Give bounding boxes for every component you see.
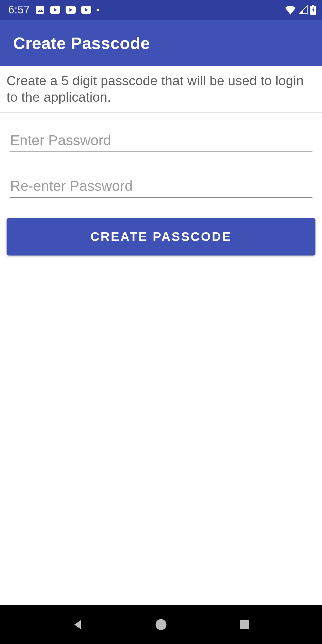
battery-charging-icon [310,5,316,15]
recents-icon [239,619,250,631]
create-passcode-button-label: CREATE PASSCODE [90,230,232,244]
confirm-password-field-wrap [10,176,312,198]
nav-back-button[interactable] [66,613,89,637]
navigation-bar [0,605,322,644]
svg-text:x: x [306,11,308,15]
content-area: Create a 5 digit passcode that will be u… [0,66,322,605]
create-passcode-button[interactable]: CREATE PASSCODE [7,218,315,256]
app-bar: Create Passcode [0,20,322,66]
play-icon [66,6,76,14]
page-title: Create Passcode [13,33,150,53]
svg-point-12 [156,619,167,630]
confirm-password-input[interactable] [10,176,312,198]
status-bar: 6:57 x [0,0,322,20]
play-icon [50,6,60,14]
play-icon [81,6,91,14]
instruction-text: Create a 5 digit passcode that will be u… [7,73,317,105]
svg-rect-13 [240,620,249,629]
home-icon [154,618,168,631]
status-right: x [284,5,316,15]
wifi-icon [284,5,296,15]
svg-rect-0 [36,6,44,14]
status-time: 6:57 [8,4,30,16]
password-field-wrap [10,130,312,152]
passcode-form [0,113,322,198]
nav-home-button[interactable] [149,613,173,637]
device-frame: 6:57 x [0,0,322,644]
status-left: 6:57 [8,4,99,16]
back-icon [71,618,84,631]
overflow-dot-icon [97,9,99,11]
signal-icon: x [298,5,308,15]
svg-rect-10 [312,5,314,6]
image-icon [35,5,45,15]
nav-recents-button[interactable] [233,613,256,637]
instruction-block: Create a 5 digit passcode that will be u… [0,66,322,113]
password-input[interactable] [10,130,312,152]
